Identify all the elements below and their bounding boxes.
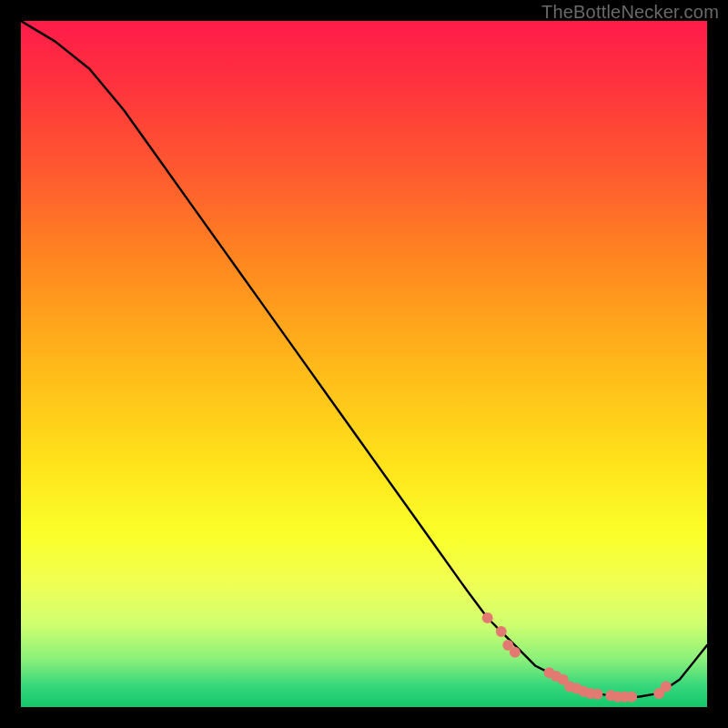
highlight-dot [661, 681, 672, 692]
highlight-dot [510, 647, 521, 658]
highlight-dots [482, 612, 672, 703]
chart-frame: TheBottleNecker.com [0, 0, 728, 728]
highlight-dot [626, 692, 637, 703]
highlight-dot [482, 612, 493, 623]
highlight-dot [592, 689, 602, 700]
chart-overlay [21, 21, 707, 707]
curve-line [21, 21, 707, 697]
highlight-dot [496, 626, 507, 637]
plot-area [21, 21, 707, 707]
watermark-text: TheBottleNecker.com [541, 2, 719, 23]
